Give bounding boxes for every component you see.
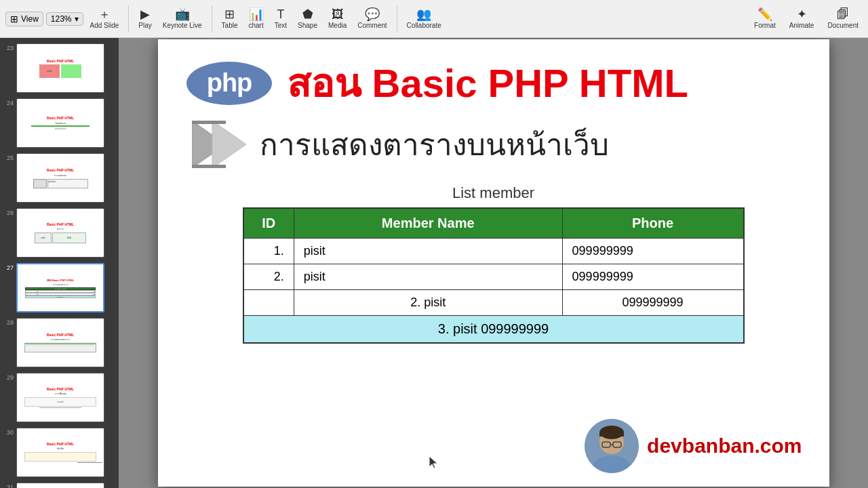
slide-thumb-27[interactable]: 27 สอน Basic PHP HTML การแสดงตาราง ID | … bbox=[0, 260, 119, 315]
collaborate-label: Collaborate bbox=[407, 22, 441, 29]
table-row: 2. pisit 099999999 bbox=[243, 264, 744, 290]
view-label: View bbox=[21, 14, 39, 24]
main-area: 23 Basic PHP HTML colors 24 Basic PHP HT… bbox=[0, 38, 868, 488]
table-row-highlight: 3. pisit 099999999 bbox=[243, 316, 744, 344]
format-button[interactable]: ✏️ Format bbox=[750, 7, 780, 30]
divider-2 bbox=[212, 5, 212, 33]
svg-marker-14 bbox=[429, 456, 437, 468]
media-label: Media bbox=[328, 22, 347, 29]
slide-subtitle: การแสดงตารางบนหน้าเว็บ bbox=[260, 121, 609, 168]
play-button[interactable]: ▶ Play bbox=[134, 7, 155, 30]
animate-button[interactable]: ✦ Animate bbox=[785, 7, 818, 30]
svg-marker-3 bbox=[212, 121, 246, 168]
comment-label: Comment bbox=[357, 22, 387, 29]
shape-label: Shape bbox=[298, 22, 317, 29]
right-toolbar: ✏️ Format ✦ Animate 🗐 Document bbox=[750, 7, 863, 30]
table-icon: ⊞ bbox=[224, 8, 235, 20]
table-row: 1. pisit 099999999 bbox=[243, 239, 744, 264]
branding: devbanban.com bbox=[585, 419, 802, 473]
slide-canvas[interactable]: php สอน Basic PHP HTML การแสดงตารางบนหน้… bbox=[158, 39, 829, 487]
keynote-live-icon: 📺 bbox=[175, 8, 190, 20]
brand-text: devbanban.com bbox=[647, 434, 802, 458]
document-button[interactable]: 🗐 Document bbox=[823, 7, 863, 30]
slide-panel[interactable]: 23 Basic PHP HTML colors 24 Basic PHP HT… bbox=[0, 38, 119, 488]
cursor bbox=[429, 456, 437, 464]
slide-thumb-30[interactable]: 30 Basic PHP HTML ฟังก์ชัน bbox=[0, 425, 119, 480]
data-table: ID Member Name Phone 1. pisit 099999999 … bbox=[243, 207, 745, 344]
shape-button[interactable]: ⬟ Shape bbox=[294, 7, 321, 30]
table-row: 2. pisit 099999999 bbox=[243, 290, 744, 316]
add-slide-label: Add Slide bbox=[90, 22, 119, 29]
table-label: Table bbox=[222, 22, 238, 29]
text-icon: T bbox=[277, 8, 284, 20]
arrow-icon bbox=[192, 121, 246, 168]
divider-1 bbox=[128, 5, 129, 33]
divider-3 bbox=[397, 5, 397, 33]
slide-thumb-29[interactable]: 29 Basic PHP HTML การเชื่อมต่อ content bbox=[0, 370, 119, 425]
collaborate-button[interactable]: 👥 Collaborate bbox=[403, 7, 446, 30]
table-button[interactable]: ⊞ Table bbox=[218, 7, 242, 30]
play-icon: ▶ bbox=[140, 8, 150, 20]
slide-thumb-24[interactable]: 24 Basic PHP HTML Systems content here bbox=[0, 96, 119, 150]
chart-icon: 📊 bbox=[249, 8, 264, 20]
chart-label: chart bbox=[249, 22, 264, 29]
svg-marker-5 bbox=[192, 165, 226, 168]
col-header-name: Member Name bbox=[294, 208, 562, 239]
table-section: List member ID Member Name Phone 1. pisi… bbox=[243, 184, 745, 344]
canvas-area: php สอน Basic PHP HTML การแสดงตารางบนหน้… bbox=[119, 38, 868, 488]
keynote-live-button[interactable]: 📺 Keynote Live bbox=[159, 7, 206, 30]
svg-text:php: php bbox=[206, 68, 252, 97]
slide-subtitle-row: การแสดงตารางบนหน้าเว็บ bbox=[192, 121, 802, 168]
list-member-title: List member bbox=[243, 184, 745, 202]
shape-icon: ⬟ bbox=[302, 8, 313, 20]
view-button[interactable]: ⊞ View bbox=[5, 12, 43, 26]
document-label: Document bbox=[827, 22, 859, 29]
media-button[interactable]: 🖼 Media bbox=[324, 7, 351, 30]
collaborate-icon: 👥 bbox=[416, 8, 431, 20]
php-logo: php bbox=[185, 60, 273, 107]
slide-thumb-26[interactable]: 26 Basic PHP HTML ตาราง code table bbox=[0, 205, 119, 260]
keynote-live-label: Keynote Live bbox=[163, 22, 202, 29]
slide-thumb-25[interactable]: 25 Basic PHP HTML การแสดงผล preview bbox=[0, 150, 119, 205]
slide-header: php สอน Basic PHP HTML bbox=[185, 60, 802, 107]
text-label: Text bbox=[275, 22, 287, 29]
svg-marker-4 bbox=[192, 121, 226, 124]
toolbar: ⊞ View 123% ▾ ＋ Add Slide ▶ Play 📺 Keyno… bbox=[0, 0, 868, 38]
document-icon: 🗐 bbox=[837, 8, 849, 20]
zoom-button[interactable]: 123% ▾ bbox=[46, 12, 83, 26]
zoom-label: 123% bbox=[51, 14, 72, 24]
add-slide-button[interactable]: ＋ Add Slide bbox=[86, 7, 123, 30]
svg-rect-10 bbox=[599, 432, 624, 436]
comment-icon: 💬 bbox=[365, 8, 380, 20]
format-label: Format bbox=[754, 22, 776, 29]
text-button[interactable]: T Text bbox=[271, 7, 291, 30]
media-icon: 🖼 bbox=[332, 8, 344, 20]
animate-icon: ✦ bbox=[797, 8, 807, 20]
col-header-id: ID bbox=[243, 208, 294, 239]
play-label: Play bbox=[138, 22, 151, 29]
format-icon: ✏️ bbox=[757, 8, 772, 20]
chart-button[interactable]: 📊 chart bbox=[245, 7, 268, 30]
avatar bbox=[585, 419, 639, 473]
animate-label: Animate bbox=[789, 22, 814, 29]
add-slide-icon: ＋ bbox=[98, 8, 111, 20]
slide-thumb-28[interactable]: 28 Basic PHP HTML การแสดงผลตาราง bbox=[0, 315, 119, 370]
slide-title: สอน Basic PHP HTML bbox=[287, 64, 688, 103]
col-header-phone: Phone bbox=[562, 208, 743, 239]
slide-thumb-23[interactable]: 23 Basic PHP HTML colors bbox=[0, 41, 119, 96]
slide-thumb-31[interactable]: 31 Basic PHP HTML Youtube URL bbox=[0, 480, 119, 488]
comment-button[interactable]: 💬 Comment bbox=[353, 7, 391, 30]
